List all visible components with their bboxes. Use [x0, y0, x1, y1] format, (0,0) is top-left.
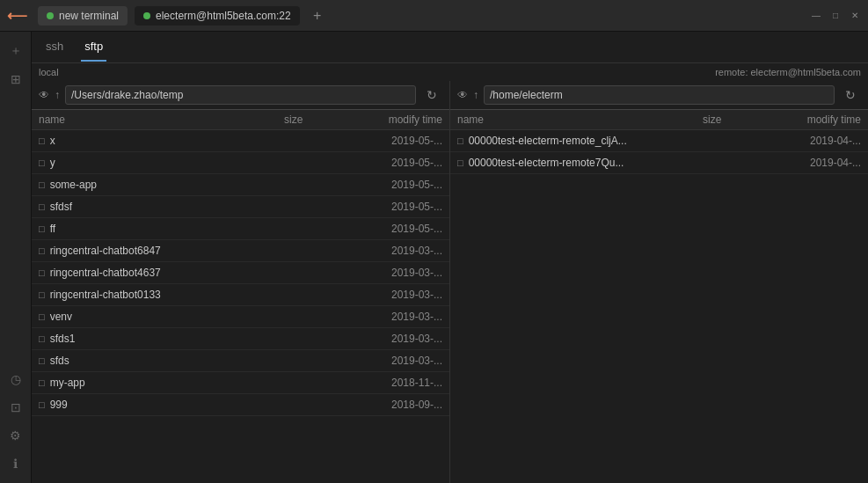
remote-path-input[interactable] — [484, 85, 835, 105]
file-name-cell: □ff — [39, 223, 284, 235]
table-row[interactable]: □ringcentral-chatbot6847 2019-03-... — [32, 240, 449, 262]
table-row[interactable]: □00000test-electerm-remote_cljA... 2019-… — [450, 130, 868, 152]
local-path-bar: 👁 ↑ ↻ — [32, 81, 449, 110]
file-name-cell: □y — [39, 157, 284, 169]
maximize-button[interactable]: □ — [829, 10, 842, 22]
local-col-name: name — [39, 113, 284, 126]
tab-label-electerm: electerm@html5beta.com:22 — [156, 10, 291, 22]
remote-path-bar: 👁 ↑ ↻ — [450, 81, 868, 110]
local-col-size: size — [284, 113, 354, 126]
table-row[interactable]: □ff 2019-05-... — [32, 218, 449, 240]
remote-refresh-button[interactable]: ↻ — [840, 84, 861, 106]
remote-up-icon[interactable]: ↑ — [473, 89, 478, 101]
file-time-cell: 2019-04-... — [773, 135, 861, 147]
sidebar-item-image[interactable]: ⊡ — [4, 395, 28, 420]
table-row[interactable]: □some-app 2019-05-... — [32, 174, 449, 196]
local-panel: 👁 ↑ ↻ name size modify time □x 201 — [32, 81, 450, 483]
app-layout: ＋ ⊞ ◷ ⊡ ⚙ ℹ ssh sftp local remote: elect… — [0, 32, 868, 483]
file-name-cell: □ringcentral-chatbot6847 — [39, 245, 284, 257]
folder-icon: □ — [457, 135, 463, 146]
folder-icon: □ — [39, 223, 45, 234]
file-time-cell: 2018-09-... — [354, 399, 442, 411]
file-name-cell: □sfds1 — [39, 333, 284, 345]
file-time-cell: 2018-11-... — [354, 377, 442, 389]
file-time-cell: 2019-03-... — [354, 245, 442, 257]
folder-icon: □ — [457, 157, 463, 168]
add-tab-icon: + — [313, 8, 321, 24]
local-label: local — [32, 63, 66, 81]
remote-eye-icon[interactable]: 👁 — [457, 89, 468, 101]
tab-dot-new-terminal — [47, 12, 54, 19]
remote-col-name: name — [457, 113, 703, 126]
remote-col-time: modify time — [773, 113, 861, 126]
local-file-list: □x 2019-05-... □y 2019-05-... □some-app … — [32, 130, 449, 483]
minimize-button[interactable]: — — [810, 10, 822, 22]
local-refresh-button[interactable]: ↻ — [421, 84, 442, 106]
table-row[interactable]: □x 2019-05-... — [32, 130, 449, 152]
folder-icon: □ — [39, 355, 45, 366]
close-button[interactable]: ✕ — [849, 10, 861, 22]
local-up-icon[interactable]: ↑ — [55, 89, 60, 101]
table-row[interactable]: □sfds 2019-03-... — [32, 350, 449, 372]
local-col-time: modify time — [354, 113, 442, 126]
local-eye-icon[interactable]: 👁 — [39, 89, 49, 101]
tab-dot-electerm — [143, 12, 150, 19]
sidebar-item-settings[interactable]: ⚙ — [4, 423, 28, 448]
file-time-cell: 2019-03-... — [354, 289, 442, 301]
folder-icon: □ — [39, 201, 45, 212]
file-name-cell: □00000test-electerm-remote_cljA... — [457, 135, 703, 147]
folder-icon: □ — [39, 399, 45, 410]
file-time-cell: 2019-05-... — [354, 201, 442, 213]
tab-electerm[interactable]: electerm@html5beta.com:22 — [135, 6, 300, 26]
table-row[interactable]: □00000test-electerm-remote7Qu... 2019-04… — [450, 152, 868, 174]
file-name-cell: □00000test-electerm-remote7Qu... — [457, 157, 703, 169]
file-name-cell: □ringcentral-chatbot0133 — [39, 289, 284, 301]
folder-icon: □ — [39, 245, 45, 256]
protocol-tabs: ssh sftp — [32, 32, 868, 63]
sidebar-item-files[interactable]: ⊞ — [4, 67, 28, 91]
folder-icon: □ — [39, 377, 45, 388]
file-name-cell: □x — [39, 135, 284, 147]
table-row[interactable]: □999 2018-09-... — [32, 394, 449, 416]
folder-icon: □ — [39, 289, 45, 300]
remote-host: electerm@html5beta.com — [751, 67, 862, 77]
file-time-cell: 2019-05-... — [354, 179, 442, 191]
table-row[interactable]: □sfdsf 2019-05-... — [32, 196, 449, 218]
file-time-cell: 2019-05-... — [354, 135, 442, 147]
tab-ssh[interactable]: ssh — [42, 33, 67, 62]
tab-new-terminal[interactable]: new terminal — [38, 6, 128, 26]
file-time-cell: 2019-03-... — [354, 311, 442, 323]
remote-col-size: size — [703, 113, 773, 126]
file-time-cell: 2019-05-... — [354, 157, 442, 169]
file-name-cell: □venv — [39, 311, 284, 323]
file-name-cell: □sfds — [39, 355, 284, 367]
sidebar-item-add[interactable]: ＋ — [4, 39, 28, 63]
table-row[interactable]: □ringcentral-chatbot0133 2019-03-... — [32, 284, 449, 306]
sidebar-item-clock[interactable]: ◷ — [4, 367, 28, 392]
tab-label-new-terminal: new terminal — [59, 10, 119, 22]
remote-file-list: □00000test-electerm-remote_cljA... 2019-… — [450, 130, 868, 483]
file-time-cell: 2019-04-... — [773, 157, 861, 169]
main-content: ssh sftp local remote: electerm@html5bet… — [32, 32, 868, 483]
folder-icon: □ — [39, 179, 45, 190]
local-path-input[interactable] — [65, 85, 416, 105]
file-name-cell: □sfdsf — [39, 201, 284, 213]
table-row[interactable]: □my-app 2018-11-... — [32, 372, 449, 394]
sidebar-item-info[interactable]: ℹ — [4, 451, 28, 476]
remote-table-header: name size modify time — [450, 110, 868, 130]
table-row[interactable]: □venv 2019-03-... — [32, 306, 449, 328]
titlebar: ⟵ new terminal electerm@html5beta.com:22… — [0, 0, 868, 32]
app-logo: ⟵ — [7, 7, 27, 24]
folder-icon: □ — [39, 333, 45, 344]
folder-icon: □ — [39, 267, 45, 278]
file-name-cell: □some-app — [39, 179, 284, 191]
folder-icon: □ — [39, 135, 45, 146]
table-row[interactable]: □sfds1 2019-03-... — [32, 328, 449, 350]
file-name-cell: □999 — [39, 399, 284, 411]
tab-sftp[interactable]: sftp — [81, 33, 106, 62]
table-row[interactable]: □y 2019-05-... — [32, 152, 449, 174]
add-tab-button[interactable]: + — [307, 5, 328, 26]
remote-panel: 👁 ↑ ↻ name size modify time □00000test-e… — [450, 81, 868, 483]
table-row[interactable]: □ringcentral-chatbot4637 2019-03-... — [32, 262, 449, 284]
folder-icon: □ — [39, 311, 45, 322]
